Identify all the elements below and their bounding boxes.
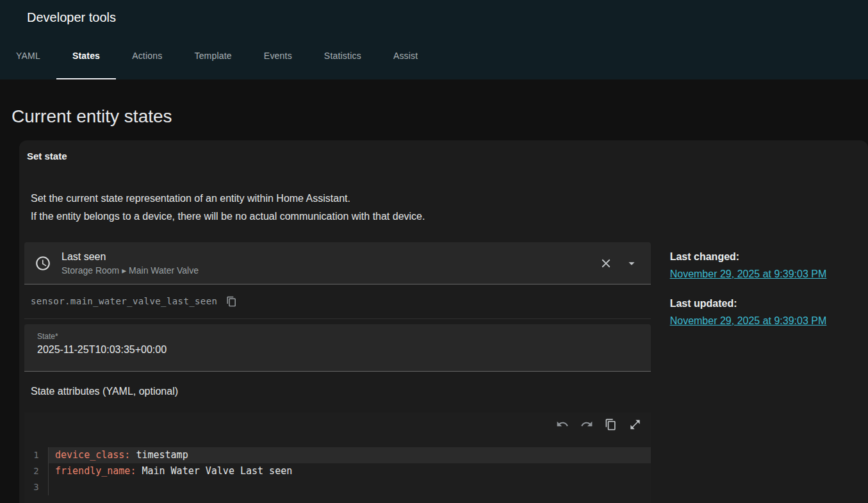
yaml-key: friendly_name: <box>55 465 136 477</box>
code-text[interactable]: friendly_name:Main Water Valve Last seen <box>49 463 651 479</box>
state-input[interactable]: State* 2025-11-25T10:03:35+00:00 <box>24 324 651 372</box>
tab-template[interactable]: Template <box>178 33 247 79</box>
main-content: Current entity states Set state Set the … <box>0 106 868 503</box>
copy-yaml-button[interactable] <box>601 414 621 434</box>
state-input-label: State* <box>37 332 641 341</box>
tab-bar: YAML States Actions Template Events Stat… <box>0 33 868 79</box>
set-state-form: Set the current state representation of … <box>24 161 651 503</box>
code-text[interactable] <box>49 479 651 495</box>
last-updated-label: Last updated: <box>670 298 858 309</box>
yaml-code-area[interactable]: 1 device_class:timestamp 2 friendly_name… <box>24 436 651 495</box>
tab-assist[interactable]: Assist <box>377 33 434 79</box>
entity-dropdown-button[interactable] <box>619 251 644 276</box>
code-line[interactable]: 2 friendly_name:Main Water Valve Last se… <box>24 463 651 479</box>
entity-meta-panel: Last changed: November 29, 2025 at 9:39:… <box>670 161 858 503</box>
redo-button[interactable] <box>577 414 597 434</box>
yaml-value: Main Water Valve Last seen <box>142 465 292 477</box>
clock-icon <box>35 255 51 272</box>
yaml-editor[interactable]: 1 device_class:timestamp 2 friendly_name… <box>24 413 651 503</box>
attributes-label: State attributes (YAML, optional) <box>31 386 651 397</box>
code-line[interactable]: 1 device_class:timestamp <box>24 447 651 463</box>
tab-actions[interactable]: Actions <box>116 33 178 79</box>
tab-states[interactable]: States <box>56 33 116 79</box>
entity-id: sensor.main_water_valve_last_seen <box>31 296 217 306</box>
close-icon <box>599 256 613 270</box>
line-number: 2 <box>24 463 49 479</box>
card-title: Set state <box>27 151 858 161</box>
entity-breadcrumb: Storage Room ▸ Main Water Valve <box>61 265 593 276</box>
last-changed-label: Last changed: <box>670 251 858 263</box>
app-header: Developer tools YAML States Actions Temp… <box>0 0 868 79</box>
page-title: Developer tools <box>0 0 868 33</box>
code-line[interactable]: 3 <box>24 479 651 495</box>
yaml-value: timestamp <box>136 449 188 461</box>
copy-entity-id-button[interactable] <box>224 293 239 309</box>
last-updated-link[interactable]: November 29, 2025 at 9:39:03 PM <box>670 315 827 327</box>
tab-yaml[interactable]: YAML <box>0 33 56 79</box>
state-input-value: 2025-11-25T10:03:35+00:00 <box>37 344 641 356</box>
undo-icon <box>556 418 569 431</box>
description-line-1: Set the current state representation of … <box>31 190 651 208</box>
line-number: 3 <box>24 479 49 495</box>
code-text[interactable]: device_class:timestamp <box>49 447 651 463</box>
line-number: 1 <box>24 447 49 463</box>
expand-icon <box>629 418 641 431</box>
copy-icon <box>226 296 237 307</box>
card-description: Set the current state representation of … <box>31 190 651 226</box>
redo-icon <box>580 418 593 431</box>
set-state-card: Set state Set the current state represen… <box>19 140 868 503</box>
description-line-2: If the entity belongs to a device, there… <box>31 208 651 226</box>
yaml-key: device_class: <box>55 449 130 461</box>
entity-id-row: sensor.main_water_valve_last_seen <box>24 284 651 319</box>
undo-button[interactable] <box>552 414 573 434</box>
entity-picker-text: Last seen Storage Room ▸ Main Water Valv… <box>61 251 593 276</box>
last-changed-link[interactable]: November 29, 2025 at 9:39:03 PM <box>670 268 827 280</box>
caret-down-icon <box>625 256 639 270</box>
entity-picker[interactable]: Last seen Storage Room ▸ Main Water Valv… <box>24 242 651 284</box>
section-heading: Current entity states <box>12 106 868 127</box>
yaml-editor-toolbar <box>24 413 651 436</box>
entity-name: Last seen <box>61 251 593 263</box>
tab-events[interactable]: Events <box>248 33 308 79</box>
clear-entity-button[interactable] <box>593 251 619 276</box>
tab-statistics[interactable]: Statistics <box>308 33 377 79</box>
copy-icon <box>605 418 617 431</box>
fullscreen-button[interactable] <box>625 414 646 434</box>
